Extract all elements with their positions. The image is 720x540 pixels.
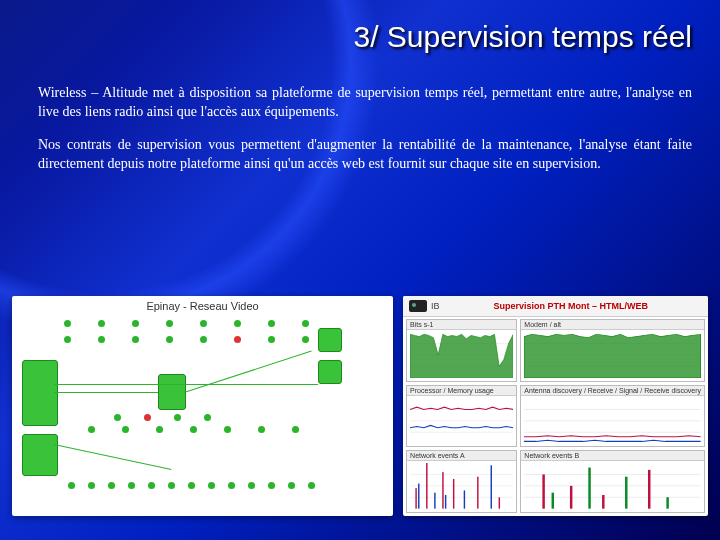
panel-chart xyxy=(524,463,701,509)
svg-rect-33 xyxy=(570,486,572,509)
dashboard-panel: Modem / alt xyxy=(520,319,705,382)
network-diagram-screenshot: Epinay - Reseau Video xyxy=(12,296,393,516)
network-node-dot xyxy=(248,482,255,489)
dashboard-panel: Bits s-1 xyxy=(406,319,517,382)
svg-rect-22 xyxy=(445,495,446,509)
network-node-dot xyxy=(144,414,151,421)
network-node-dot xyxy=(132,320,139,327)
network-node-dot xyxy=(168,482,175,489)
svg-rect-17 xyxy=(415,488,416,509)
dashboard-panel: Network events B xyxy=(520,450,705,513)
svg-rect-25 xyxy=(477,477,478,509)
svg-rect-36 xyxy=(625,477,627,509)
network-node-dot xyxy=(128,482,135,489)
panel-chart xyxy=(410,332,513,378)
network-node-dot xyxy=(68,482,75,489)
network-node-dot xyxy=(200,336,207,343)
dashboard-panel: Network events A xyxy=(406,450,517,513)
svg-marker-7 xyxy=(524,334,701,377)
panel-chart xyxy=(524,398,701,444)
network-node-dot xyxy=(292,426,299,433)
panel-title: Network events B xyxy=(521,451,704,461)
svg-rect-26 xyxy=(491,466,492,509)
network-node-dot xyxy=(234,336,241,343)
svg-rect-20 xyxy=(434,493,435,509)
network-node-dot xyxy=(148,482,155,489)
network-node-dot xyxy=(174,414,181,421)
network-node-dot xyxy=(64,336,71,343)
svg-rect-31 xyxy=(543,475,545,509)
brand-logo-icon xyxy=(409,300,427,312)
network-node-dot xyxy=(88,426,95,433)
panel-title: Modem / alt xyxy=(521,320,704,330)
svg-rect-18 xyxy=(418,484,419,509)
panel-title: Antenna discovery / Receive / Signal / R… xyxy=(521,386,704,396)
network-node-dot xyxy=(268,336,275,343)
panel-chart xyxy=(524,332,701,378)
network-node-dot xyxy=(302,336,309,343)
svg-rect-35 xyxy=(602,495,604,509)
panel-title: Network events A xyxy=(407,451,516,461)
network-node-dot xyxy=(132,336,139,343)
panel-title: Bits s-1 xyxy=(407,320,516,330)
network-node-dot xyxy=(64,320,71,327)
network-node-dot xyxy=(228,482,235,489)
dashboard-panel: Antenna discovery / Receive / Signal / R… xyxy=(520,385,705,448)
paragraph-1: Wireless – Altitude met à disposition sa… xyxy=(38,84,692,122)
svg-rect-19 xyxy=(426,463,427,509)
panel-chart xyxy=(410,398,513,444)
network-node-dot xyxy=(258,426,265,433)
network-node-dot xyxy=(98,336,105,343)
dashboard-screenshot: IB Supervision PTH Mont – HTML/WEB Bits … xyxy=(403,296,708,516)
network-node-dot xyxy=(122,426,129,433)
network-node-dot xyxy=(268,320,275,327)
network-node-dot xyxy=(166,320,173,327)
network-node-dot xyxy=(166,336,173,343)
network-node-dot xyxy=(108,482,115,489)
dashboard-panel: Processor / Memory usage xyxy=(406,385,517,448)
network-node-dot xyxy=(200,320,207,327)
network-node-dot xyxy=(302,320,309,327)
svg-rect-24 xyxy=(464,491,465,509)
network-node-dot xyxy=(224,426,231,433)
dashboard-title: Supervision PTH Mont – HTML/WEB xyxy=(440,301,702,311)
diagram-title: Epinay - Reseau Video xyxy=(146,300,258,312)
network-node-dot xyxy=(190,426,197,433)
network-node-dot xyxy=(288,482,295,489)
brand-label: IB xyxy=(431,301,440,311)
svg-rect-32 xyxy=(552,493,554,509)
svg-marker-3 xyxy=(410,334,513,377)
svg-rect-23 xyxy=(453,479,454,509)
network-node-dot xyxy=(268,482,275,489)
panel-title: Processor / Memory usage xyxy=(407,386,516,396)
network-node-dot xyxy=(114,414,121,421)
network-node-dot xyxy=(204,414,211,421)
svg-rect-27 xyxy=(499,498,500,509)
paragraph-2: Nos contrats de supervision vous permett… xyxy=(38,136,692,174)
network-node-dot xyxy=(208,482,215,489)
network-node-dot xyxy=(308,482,315,489)
svg-rect-21 xyxy=(442,472,443,509)
network-node-dot xyxy=(188,482,195,489)
panel-chart xyxy=(410,463,513,509)
slide-body: Wireless – Altitude met à disposition sa… xyxy=(38,84,692,188)
network-node-dot xyxy=(88,482,95,489)
network-node-dot xyxy=(156,426,163,433)
svg-rect-34 xyxy=(589,468,591,509)
network-node-dot xyxy=(98,320,105,327)
slide-title: 3/ Supervision temps réel xyxy=(354,20,693,54)
svg-rect-38 xyxy=(667,498,669,509)
network-node-dot xyxy=(234,320,241,327)
svg-rect-37 xyxy=(648,470,650,509)
